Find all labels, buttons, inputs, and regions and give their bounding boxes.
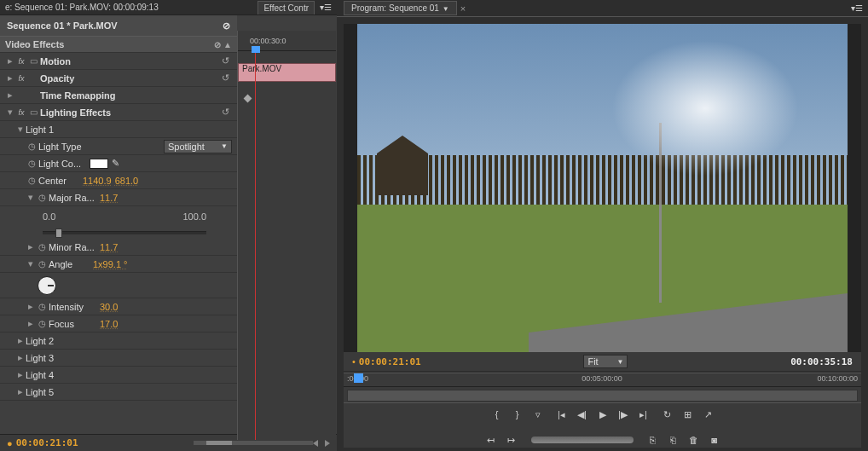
stopwatch-icon[interactable]: ◷ bbox=[26, 176, 38, 185]
stopwatch-icon[interactable]: ◷ bbox=[36, 193, 49, 202]
angle-dial[interactable] bbox=[38, 276, 56, 295]
twirl-icon[interactable]: ▾ bbox=[26, 192, 36, 203]
stopwatch-icon[interactable]: ◷ bbox=[36, 319, 49, 328]
fx-badge: fx bbox=[15, 108, 27, 117]
program-duration-tc: 00:00:35:18 bbox=[790, 356, 853, 367]
prev-edit-button[interactable]: ↤ bbox=[482, 432, 501, 448]
stopwatch-icon[interactable]: ◷ bbox=[36, 302, 49, 311]
shuttle-slider[interactable] bbox=[531, 437, 634, 443]
effect-timeline[interactable]: 00:00:30:0 Park.MOV bbox=[237, 31, 336, 440]
twirl-icon[interactable]: ▾ bbox=[5, 107, 15, 118]
minor-radius-value[interactable]: 11.7 bbox=[100, 242, 118, 252]
zoom-fit-select[interactable]: Fit▼ bbox=[583, 355, 628, 368]
reset-icon[interactable]: ↺ bbox=[218, 107, 232, 118]
video-preview bbox=[357, 24, 848, 352]
twirl-icon[interactable]: ▾ bbox=[15, 124, 26, 135]
output-button[interactable]: ↗ bbox=[699, 407, 718, 422]
focus-value[interactable]: 17.0 bbox=[100, 319, 118, 329]
stopwatch-icon[interactable]: ◷ bbox=[26, 142, 38, 151]
intensity-row: ▸ ◷ Intensity 30.0 bbox=[0, 298, 237, 315]
stopwatch-icon[interactable]: ◷ bbox=[26, 159, 38, 168]
effect-opacity[interactable]: ▸ fx Opacity ↺ bbox=[0, 70, 237, 87]
zoom-in-icon[interactable] bbox=[325, 440, 330, 447]
goto-next-button[interactable]: ▸| bbox=[634, 407, 653, 422]
twirl-icon[interactable]: ▸ bbox=[15, 352, 26, 363]
direct-manip-icon[interactable]: ▭ bbox=[27, 56, 40, 66]
clip-bar[interactable]: Park.MOV bbox=[238, 63, 336, 82]
center-y-value[interactable]: 681.0 bbox=[115, 176, 139, 186]
effect-lighting[interactable]: ▾ fx ▭ Lighting Effects ↺ bbox=[0, 104, 237, 121]
eyedropper-icon[interactable]: ✎ bbox=[112, 158, 123, 169]
out-point-button[interactable]: } bbox=[508, 407, 527, 422]
effect-controls-tabbar: e: Sequence 01: Park.MOV: 00:00:09:13 Ef… bbox=[0, 0, 337, 15]
center-x-value[interactable]: 1140.9 bbox=[83, 176, 112, 186]
reset-icon[interactable]: ↺ bbox=[218, 55, 232, 66]
twirl-icon[interactable]: ▸ bbox=[5, 72, 15, 84]
panel-menu-icon[interactable]: ▾☰ bbox=[315, 1, 337, 14]
play-button[interactable]: ▶ bbox=[593, 407, 612, 422]
current-timecode[interactable]: 00:00:21:01 bbox=[16, 437, 78, 448]
lift-button[interactable]: ⎘ bbox=[644, 432, 663, 448]
show-keyframes-icon[interactable]: ⊘ bbox=[223, 20, 230, 32]
close-tab-icon[interactable]: × bbox=[460, 3, 466, 14]
twirl-icon[interactable]: ▸ bbox=[5, 55, 15, 66]
marker-button[interactable]: ▿ bbox=[529, 407, 547, 422]
video-effects-header[interactable]: Video Effects ⊘ ▲ bbox=[0, 36, 237, 53]
twirl-icon[interactable]: ▸ bbox=[5, 90, 15, 101]
twirl-icon[interactable]: ▸ bbox=[15, 386, 26, 397]
zoom-out-icon[interactable] bbox=[313, 440, 318, 447]
program-scrollbar[interactable] bbox=[347, 390, 858, 402]
clip-link-icon[interactable]: ⊘ ▲ bbox=[214, 40, 232, 49]
light3-header[interactable]: ▸ Light 3 bbox=[0, 350, 237, 367]
major-radius-value[interactable]: 11.7 bbox=[100, 193, 118, 203]
twirl-icon[interactable]: ▸ bbox=[26, 318, 36, 329]
extract-button[interactable]: ⎗ bbox=[664, 432, 683, 448]
panel-menu-icon[interactable]: ▾☰ bbox=[846, 2, 868, 14]
program-current-tc[interactable]: 00:00:21:01 bbox=[359, 356, 421, 367]
twirl-icon[interactable]: ▸ bbox=[26, 241, 36, 252]
angle-row: ▾ ◷ Angle 1x99.1 ° bbox=[0, 256, 237, 273]
fx-badge: fx bbox=[15, 57, 27, 66]
center-row: ◷ Center 1140.9 681.0 bbox=[0, 172, 237, 189]
twirl-icon[interactable]: ▸ bbox=[26, 301, 36, 312]
stopwatch-icon[interactable]: ◷ bbox=[36, 242, 49, 252]
twirl-icon[interactable]: ▾ bbox=[26, 258, 36, 269]
effect-playhead[interactable] bbox=[255, 46, 256, 440]
program-timebar[interactable]: :00:00 00:05:00:00 00:10:00:00 bbox=[344, 373, 861, 403]
program-monitor[interactable] bbox=[344, 24, 861, 352]
effect-motion[interactable]: ▸ fx ▭ Motion ↺ bbox=[0, 53, 237, 70]
next-edit-button[interactable]: ↦ bbox=[502, 432, 521, 448]
program-playhead[interactable] bbox=[354, 373, 363, 383]
effect-timeremap[interactable]: ▸ Time Remapping bbox=[0, 87, 237, 104]
keyframe-diamond-icon[interactable] bbox=[244, 95, 252, 103]
in-point-button[interactable]: { bbox=[488, 407, 506, 422]
major-radius-slider[interactable] bbox=[43, 231, 206, 234]
safe-margins-button[interactable]: ⊞ bbox=[679, 407, 697, 422]
twirl-icon[interactable]: ▸ bbox=[15, 335, 26, 346]
program-tab[interactable]: Program: Sequence 01▼ bbox=[344, 1, 457, 15]
loop-button[interactable]: ↻ bbox=[658, 407, 677, 422]
trash-button[interactable]: 🗑 bbox=[685, 432, 703, 448]
stopwatch-icon[interactable]: ◷ bbox=[36, 259, 49, 269]
color-swatch[interactable] bbox=[90, 159, 108, 169]
light-color-row: ◷ Light Co... ✎ bbox=[0, 155, 237, 172]
twirl-icon[interactable]: ▸ bbox=[15, 369, 26, 380]
step-back-button[interactable]: ◀| bbox=[573, 407, 592, 422]
source-tab[interactable]: e: Sequence 01: Park.MOV: 00:00:09:13 bbox=[0, 1, 164, 14]
effect-zoom-slider[interactable] bbox=[194, 441, 313, 445]
angle-value[interactable]: 1x99.1 ° bbox=[93, 259, 127, 269]
light2-header[interactable]: ▸ Light 2 bbox=[0, 332, 237, 350]
program-ruler[interactable]: :00:00 00:05:00:00 00:10:00:00 bbox=[344, 373, 861, 387]
light4-header[interactable]: ▸ Light 4 bbox=[0, 367, 237, 384]
direct-manip-icon[interactable]: ▭ bbox=[27, 107, 40, 117]
goto-prev-button[interactable]: |◂ bbox=[553, 407, 571, 422]
step-fwd-button[interactable]: |▶ bbox=[614, 407, 633, 422]
effect-controls-tab[interactable]: Effect Contr bbox=[258, 1, 315, 14]
light1-header[interactable]: ▾ Light 1 bbox=[0, 121, 237, 138]
intensity-value[interactable]: 30.0 bbox=[100, 302, 118, 312]
reset-icon[interactable]: ↺ bbox=[218, 72, 232, 84]
minor-radius-row: ▸ ◷ Minor Ra... 11.7 bbox=[0, 239, 237, 256]
export-frame-button[interactable]: ◙ bbox=[705, 432, 724, 448]
light-type-select[interactable]: Spotlight▼ bbox=[164, 140, 232, 153]
light5-header[interactable]: ▸ Light 5 bbox=[0, 384, 237, 401]
